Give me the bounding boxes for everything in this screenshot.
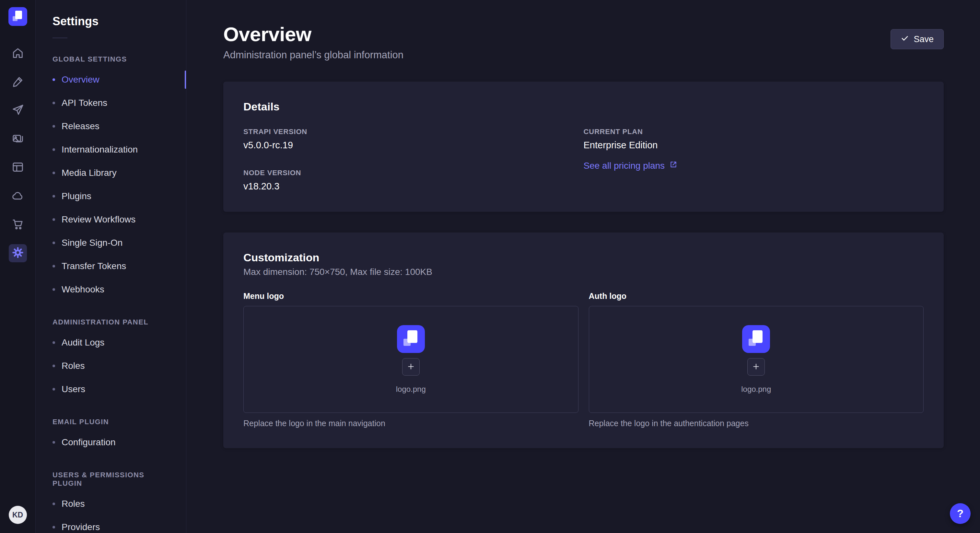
gear-icon xyxy=(11,246,24,260)
auth-logo-helper: Replace the logo in the authentication p… xyxy=(589,419,924,428)
field-label: STRAPI VERSION xyxy=(243,128,584,136)
menu-logo-dropzone[interactable]: logo.png xyxy=(243,306,579,413)
sidebar-item-label: Configuration xyxy=(62,437,116,447)
sidebar-item-up-providers[interactable]: Providers xyxy=(36,516,186,533)
paintbrush-icon xyxy=(11,75,24,89)
bullet-icon xyxy=(52,148,55,151)
sidebar-item-internationalization[interactable]: Internationalization xyxy=(36,138,186,161)
page-header: Overview Administration panel’s global i… xyxy=(223,23,944,61)
sidebar-item-label: Users xyxy=(62,384,85,394)
question-mark-icon: ? xyxy=(957,508,964,520)
main-nav-rail: KD xyxy=(0,0,36,533)
cloud-icon xyxy=(11,189,24,203)
section-header: USERS & PERMISSIONS PLUGIN xyxy=(36,471,186,488)
sidebar-item-label: Internationalization xyxy=(62,144,138,155)
sidebar-title: Settings xyxy=(36,14,186,29)
save-button[interactable]: Save xyxy=(891,29,944,49)
home-icon xyxy=(11,47,24,61)
field-label: NODE VERSION xyxy=(243,169,584,177)
sidebar-item-transfer-tokens[interactable]: Transfer Tokens xyxy=(36,254,186,278)
field-value: v5.0.0-rc.19 xyxy=(243,140,584,151)
page-title: Overview xyxy=(223,23,404,45)
sidebar-item-releases[interactable]: Releases xyxy=(36,115,186,138)
section-administration-panel: ADMINISTRATION PANEL Audit Logs Roles Us… xyxy=(36,318,186,401)
strapi-logo[interactable] xyxy=(8,7,27,26)
sidebar-item-label: Transfer Tokens xyxy=(62,261,126,271)
sidebar-item-label: Plugins xyxy=(62,191,91,201)
nav-cloud[interactable] xyxy=(9,187,27,205)
customization-card-subtitle: Max dimension: 750×750, Max file size: 1… xyxy=(243,267,924,277)
sidebar-item-email-configuration[interactable]: Configuration xyxy=(36,431,186,454)
menu-logo-label: Menu logo xyxy=(243,292,579,301)
bullet-icon xyxy=(52,503,55,505)
section-header: EMAIL PLUGIN xyxy=(36,418,186,426)
sidebar-item-plugins[interactable]: Plugins xyxy=(36,185,186,208)
nav-marketplace[interactable] xyxy=(9,216,27,234)
sidebar-item-media-library[interactable]: Media Library xyxy=(36,161,186,185)
plus-icon xyxy=(407,362,415,372)
strapi-logo-shape-secondary xyxy=(404,339,410,346)
node-version-field: NODE VERSION v18.20.3 xyxy=(243,169,584,192)
menu-logo-filename: logo.png xyxy=(396,385,426,394)
nav-home[interactable] xyxy=(9,45,27,63)
nav-deploy[interactable] xyxy=(9,102,27,120)
sidebar-item-label: Overview xyxy=(62,75,100,85)
save-button-label: Save xyxy=(913,34,934,44)
layout-icon xyxy=(11,160,24,175)
sidebar-item-label: Roles xyxy=(62,499,85,509)
details-right-column: CURRENT PLAN Enterprise Edition See all … xyxy=(584,128,924,192)
auth-logo-add-button[interactable] xyxy=(747,358,765,376)
bullet-icon xyxy=(52,218,55,221)
bullet-icon xyxy=(52,125,55,128)
logo-uploads: Menu logo logo.png Replace the logo in t… xyxy=(243,292,924,428)
sidebar-item-single-sign-on[interactable]: Single Sign-On xyxy=(36,231,186,254)
sidebar-item-admin-users[interactable]: Users xyxy=(36,378,186,401)
customization-card: Customization Max dimension: 750×750, Ma… xyxy=(223,233,944,448)
sidebar-item-label: Releases xyxy=(62,121,100,132)
images-icon xyxy=(11,132,24,146)
section-header: GLOBAL SETTINGS xyxy=(36,55,186,63)
bullet-icon xyxy=(52,526,55,528)
sidebar-item-up-roles[interactable]: Roles xyxy=(36,492,186,516)
page-header-text: Overview Administration panel’s global i… xyxy=(223,23,404,61)
sidebar-item-label: Providers xyxy=(62,522,100,532)
shopping-cart-icon xyxy=(11,217,24,232)
help-button[interactable]: ? xyxy=(950,503,970,524)
pricing-link-label: See all pricing plans xyxy=(584,160,665,171)
bullet-icon xyxy=(52,171,55,174)
field-label: CURRENT PLAN xyxy=(584,128,924,136)
nav-media-library[interactable] xyxy=(9,130,27,148)
bullet-icon xyxy=(52,241,55,244)
sidebar-item-label: Review Workflows xyxy=(62,214,135,225)
user-avatar[interactable]: KD xyxy=(9,506,27,524)
menu-logo-add-button[interactable] xyxy=(402,358,420,376)
strapi-logo-shape-secondary xyxy=(749,339,756,346)
main-content: Overview Administration panel’s global i… xyxy=(186,0,980,533)
strapi-logo-shape-secondary xyxy=(13,16,18,21)
sidebar-item-api-tokens[interactable]: API Tokens xyxy=(36,91,186,115)
settings-sidebar: Settings GLOBAL SETTINGS Overview API To… xyxy=(36,0,186,533)
auth-logo-label: Auth logo xyxy=(589,292,924,301)
section-email-plugin: EMAIL PLUGIN Configuration xyxy=(36,418,186,454)
sidebar-item-audit-logs[interactable]: Audit Logs xyxy=(36,331,186,354)
sidebar-item-label: Webhooks xyxy=(62,284,104,295)
sidebar-item-review-workflows[interactable]: Review Workflows xyxy=(36,208,186,231)
auth-logo-dropzone[interactable]: logo.png xyxy=(589,306,924,413)
pricing-plans-link[interactable]: See all pricing plans xyxy=(584,160,678,171)
section-header: ADMINISTRATION PANEL xyxy=(36,318,186,327)
paper-plane-icon xyxy=(11,104,24,118)
check-icon xyxy=(900,34,909,45)
nav-content-type-builder[interactable] xyxy=(9,73,27,91)
auth-logo-upload: Auth logo logo.png Replace the logo in t… xyxy=(589,292,924,428)
menu-logo-preview xyxy=(397,325,425,353)
menu-logo-upload: Menu logo logo.png Replace the logo in t… xyxy=(243,292,579,428)
sidebar-item-webhooks[interactable]: Webhooks xyxy=(36,278,186,301)
bullet-icon xyxy=(52,102,55,104)
bullet-icon xyxy=(52,265,55,268)
auth-logo-filename: logo.png xyxy=(741,385,771,394)
sidebar-item-admin-roles[interactable]: Roles xyxy=(36,354,186,378)
sidebar-item-overview[interactable]: Overview xyxy=(36,68,186,91)
section-global-settings: GLOBAL SETTINGS Overview API Tokens Rele… xyxy=(36,55,186,301)
nav-settings[interactable] xyxy=(9,244,27,262)
nav-content-manager[interactable] xyxy=(9,159,27,177)
